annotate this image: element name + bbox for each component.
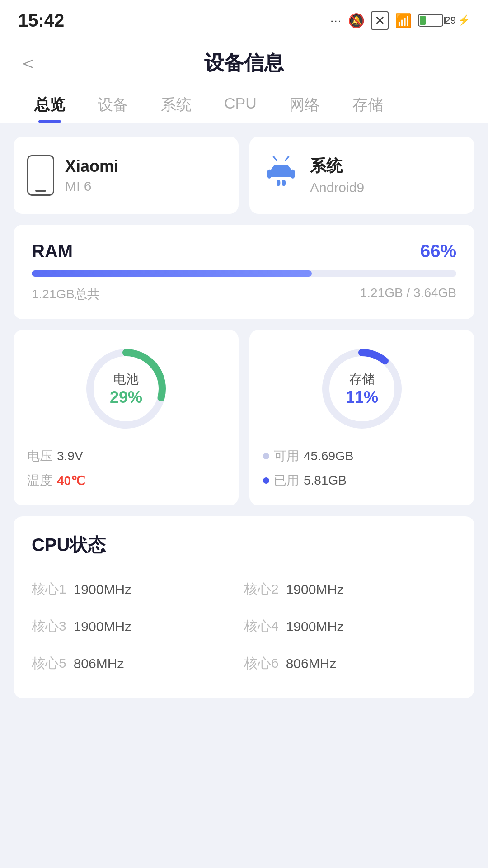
- battery-temp-row: 温度 40℃: [27, 472, 225, 489]
- used-label: 已用: [274, 472, 299, 489]
- cpu-core-row-5: 核心5 806MHz: [32, 645, 244, 682]
- close-icon: ✕: [371, 11, 389, 30]
- battery-donut-value: 29%: [110, 388, 142, 407]
- system-card: 系统 Android9: [249, 137, 474, 214]
- voltage-value: 3.9V: [57, 449, 83, 463]
- ram-details: 1.21GB总共 1.21GB / 3.64GB: [32, 286, 456, 303]
- wifi-icon: 📶: [395, 13, 412, 28]
- status-time: 15:42: [18, 10, 64, 31]
- model-name: MI 6: [65, 179, 118, 194]
- cpu-core-row-6: 核心6 806MHz: [244, 645, 456, 682]
- cpu-core-value-3: 1900MHz: [74, 619, 131, 634]
- tab-storage[interactable]: 存储: [336, 85, 399, 123]
- svg-rect-5: [282, 180, 286, 186]
- ram-label: RAM: [32, 241, 73, 261]
- svg-line-6: [273, 156, 277, 160]
- svg-rect-4: [277, 180, 280, 186]
- back-button[interactable]: ＜: [18, 50, 38, 76]
- battery-donut-label: 电池: [110, 371, 142, 388]
- cpu-card: CPU状态 核心1 1900MHz 核心2 1900MHz 核心3 1900MH…: [14, 516, 474, 698]
- tab-device[interactable]: 设备: [81, 85, 145, 123]
- battery-text: 29: [445, 14, 456, 26]
- tab-network[interactable]: 网络: [273, 85, 336, 123]
- battery-donut-container: 电池 29%: [81, 344, 171, 434]
- status-icons: ··· 🔕 ✕ 📶 29 ⚡: [330, 11, 470, 30]
- cpu-core-value-4: 1900MHz: [286, 619, 344, 634]
- ram-total: 1.21GB总共: [32, 286, 100, 303]
- svg-rect-2: [267, 170, 271, 179]
- avail-label: 可用: [274, 448, 299, 465]
- storage-card: 存储 11% 可用 45.69GB 已用 5.81GB: [249, 330, 474, 505]
- ram-card: RAM 66% 1.21GB总共 1.21GB / 3.64GB: [14, 225, 474, 319]
- avail-value: 45.69GB: [304, 449, 354, 463]
- cpu-core-value-2: 1900MHz: [286, 582, 344, 597]
- phone-icon: [27, 155, 54, 196]
- storage-donut-label: 存储: [346, 371, 378, 388]
- battery-details: 电压 3.9V 温度 40℃: [27, 448, 225, 489]
- cpu-core-label-6: 核心6: [244, 654, 279, 673]
- battery-donut-center: 电池 29%: [110, 371, 142, 407]
- temp-value: 40℃: [57, 473, 85, 488]
- storage-used-row: 已用 5.81GB: [263, 472, 461, 489]
- cpu-core-label-1: 核心1: [32, 580, 66, 599]
- cpu-core-label-3: 核心3: [32, 617, 66, 636]
- ram-usage: 1.21GB / 3.64GB: [360, 286, 456, 303]
- cpu-cores-grid: 核心1 1900MHz 核心2 1900MHz 核心3 1900MHz 核心4 …: [32, 571, 456, 682]
- android-icon: [263, 153, 299, 198]
- storage-donut-value: 11%: [346, 388, 378, 407]
- cpu-core-label-2: 核心2: [244, 580, 279, 599]
- storage-donut-center: 存储 11%: [346, 371, 378, 407]
- os-name: Android9: [310, 180, 364, 195]
- cpu-core-value-1: 1900MHz: [74, 582, 131, 597]
- header: ＜ 设备信息: [0, 36, 488, 85]
- battery-storage-row: 电池 29% 电压 3.9V 温度 40℃: [14, 330, 474, 505]
- cpu-core-row-2: 核心2 1900MHz: [244, 571, 456, 608]
- battery-card: 电池 29% 电压 3.9V 温度 40℃: [14, 330, 239, 505]
- cpu-section-title: CPU状态: [32, 533, 456, 557]
- cpu-core-row-4: 核心4 1900MHz: [244, 608, 456, 645]
- svg-line-7: [286, 156, 289, 160]
- cpu-core-value-6: 806MHz: [286, 656, 337, 671]
- cpu-core-row-3: 核心3 1900MHz: [32, 608, 244, 645]
- storage-donut-container: 存储 11%: [317, 344, 407, 434]
- storage-details: 可用 45.69GB 已用 5.81GB: [263, 448, 461, 489]
- mute-icon: 🔕: [348, 13, 365, 28]
- device-info: Xiaomi MI 6: [65, 157, 118, 194]
- ram-header: RAM 66%: [32, 241, 456, 261]
- charging-icon: ⚡: [458, 14, 470, 26]
- battery-fill: [420, 16, 426, 25]
- used-value: 5.81GB: [304, 473, 347, 488]
- page-title: 设备信息: [204, 50, 284, 76]
- tab-bar: 总览 设备 系统 CPU 网络 存储: [0, 85, 488, 123]
- ram-bar-fill: [32, 270, 312, 277]
- brand-name: Xiaomi: [65, 157, 118, 176]
- tab-cpu[interactable]: CPU: [208, 85, 273, 123]
- battery-box: [418, 14, 443, 27]
- xiaomi-card: Xiaomi MI 6: [14, 137, 239, 214]
- signal-icon: ···: [330, 13, 342, 28]
- os-label: 系统: [310, 155, 364, 177]
- system-info: 系统 Android9: [310, 155, 364, 195]
- tab-overview[interactable]: 总览: [18, 85, 81, 123]
- battery-voltage-row: 电压 3.9V: [27, 448, 225, 465]
- content-area: Xiaomi MI 6 系统 A: [0, 123, 488, 712]
- temp-label: 温度: [27, 472, 52, 489]
- cpu-core-row-1: 核心1 1900MHz: [32, 571, 244, 608]
- storage-avail-row: 可用 45.69GB: [263, 448, 461, 465]
- tab-system[interactable]: 系统: [145, 85, 208, 123]
- avail-dot: [263, 453, 269, 459]
- voltage-label: 电压: [27, 448, 52, 465]
- status-bar: 15:42 ··· 🔕 ✕ 📶 29 ⚡: [0, 0, 488, 36]
- device-cards-row: Xiaomi MI 6 系统 A: [14, 137, 474, 214]
- ram-percent: 66%: [420, 241, 456, 261]
- battery-indicator: 29 ⚡: [418, 14, 470, 27]
- used-dot: [263, 477, 269, 484]
- cpu-core-label-5: 核心5: [32, 654, 66, 673]
- cpu-core-value-5: 806MHz: [74, 656, 124, 671]
- cpu-core-label-4: 核心4: [244, 617, 279, 636]
- ram-bar-background: [32, 270, 456, 277]
- svg-rect-3: [291, 170, 295, 179]
